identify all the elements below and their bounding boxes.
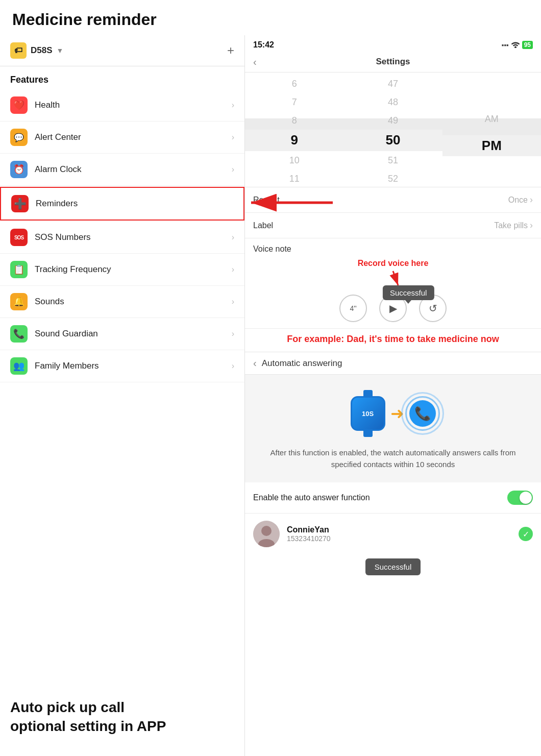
sidebar-item-family-members[interactable]: 👥 Family Members ›	[0, 350, 244, 382]
auto-answering-back-button[interactable]: ‹	[253, 357, 257, 369]
left-column: 🏷 D58S ▼ + Features ❤️ Health › 💬	[0, 35, 245, 756]
sidebar-item-alarm-clock[interactable]: ⏰ Alarm Clock ›	[0, 154, 244, 186]
sos-icon: SOS	[10, 229, 28, 246]
status-time: 15:42	[253, 40, 274, 50]
watch-face: 10S	[351, 396, 385, 431]
min-52[interactable]: 52	[343, 169, 442, 187]
red-arrow-annotation	[246, 191, 335, 216]
phone-call-illustration: 📞	[409, 400, 436, 427]
pm-option-selected[interactable]: PM	[442, 135, 541, 157]
hour-8[interactable]: 8	[245, 111, 343, 130]
phone-status-bar: 15:42 ▪▪▪ 95	[245, 35, 541, 53]
voice-controls: Successful 4'' ▶ ↺	[253, 290, 533, 325]
hour-7[interactable]: 7	[245, 93, 343, 111]
hour-11[interactable]: 11	[245, 169, 343, 187]
reminders-label: Reminders	[36, 199, 78, 209]
auto-answer-toggle[interactable]	[507, 491, 533, 505]
record-voice-annotation: Record voice here	[253, 259, 533, 268]
min-50-selected[interactable]: 50	[343, 130, 442, 151]
enable-toggle-row[interactable]: Enable the auto answer function	[245, 482, 541, 514]
sidebar-item-reminders[interactable]: ➕ Reminders	[0, 187, 244, 221]
contact-info: ConnieYan 15323410270	[287, 525, 511, 543]
chevron-right-icon: ›	[232, 133, 234, 142]
auto-answering-content: 10S ➜ 📞 After this function is enabled, …	[245, 375, 541, 482]
chevron-right-icon: ›	[232, 329, 234, 338]
chevron-right-icon: ›	[530, 220, 533, 231]
menu-list: ❤️ Health › 💬 Alert Center › ⏰ Alarm Clo…	[0, 89, 244, 382]
wifi-icon	[511, 41, 520, 50]
contact-avatar	[253, 521, 280, 547]
sos-numbers-label: SOS Numbers	[35, 232, 91, 242]
auto-pickup-section: Auto pick up call optional setting in AP…	[0, 382, 244, 756]
bottom-tooltip-container: Successful	[245, 554, 541, 584]
min-47[interactable]: 47	[343, 75, 442, 93]
min-49[interactable]: 49	[343, 111, 442, 130]
sidebar-item-tracking-frequency[interactable]: 📋 Tracking Frequency ›	[0, 254, 244, 286]
watch-band-bottom	[363, 431, 373, 437]
chevron-right-icon: ›	[232, 361, 234, 371]
tracking-frequency-label: Tracking Frequency	[35, 264, 111, 275]
sidebar-item-sounds[interactable]: 🔔 Sounds ›	[0, 286, 244, 318]
minutes-column[interactable]: 47 48 49 50 51 52 53	[343, 72, 442, 187]
auto-pickup-line2: optional setting in APP	[10, 717, 166, 736]
alarm-clock-icon: ⏰	[10, 161, 28, 178]
voice-note-section: Voice note Record voice here Successful	[245, 238, 541, 329]
add-button[interactable]: +	[227, 43, 234, 58]
hour-6[interactable]: 6	[245, 75, 343, 93]
settings-back-button[interactable]: ‹	[253, 56, 257, 68]
page-title: Medicine reminder	[0, 0, 541, 35]
label-value: Take pills ›	[494, 220, 533, 231]
contact-check-icon[interactable]: ✓	[519, 527, 533, 541]
contact-phone: 15323410270	[287, 534, 511, 543]
sound-guardian-label: Sound Guardian	[35, 329, 98, 339]
device-name-row[interactable]: 🏷 D58S ▼	[10, 42, 63, 59]
device-name-label: D58S	[31, 45, 53, 56]
sounds-icon: 🔔	[10, 293, 28, 310]
alert-center-icon: 💬	[10, 129, 28, 146]
toggle-knob	[520, 492, 532, 504]
battery-badge: 95	[522, 41, 533, 49]
family-members-label: Family Members	[35, 361, 99, 371]
sidebar-item-sos-numbers[interactable]: SOS SOS Numbers ›	[0, 222, 244, 254]
device-header: 🏷 D58S ▼ +	[0, 35, 244, 66]
watch-band-top	[363, 390, 373, 396]
chevron-right-icon: ›	[232, 101, 234, 110]
settings-title: Settings	[376, 57, 410, 67]
sound-guardian-icon: 📞	[10, 325, 28, 343]
status-icons: ▪▪▪ 95	[502, 41, 533, 50]
sidebar-item-sound-guardian[interactable]: 📞 Sound Guardian ›	[0, 318, 244, 350]
label-row[interactable]: Label Take pills ›	[245, 213, 541, 238]
hour-9-selected[interactable]: 9	[245, 130, 343, 151]
time-picker[interactable]: 6 7 8 9 10 11 12 47 48 49 50 51 52 53	[245, 72, 541, 187]
alert-center-label: Alert Center	[35, 132, 81, 142]
bottom-tooltip: Successful	[365, 558, 421, 575]
auto-pickup-line1: Auto pick up call	[10, 698, 166, 717]
auto-answering-title: Automatic answering	[262, 358, 342, 369]
sounds-label: Sounds	[35, 297, 64, 307]
chevron-right-icon: ›	[232, 297, 234, 306]
min-51[interactable]: 51	[343, 151, 442, 169]
tracking-frequency-icon: 📋	[10, 261, 28, 278]
features-label: Features	[0, 66, 244, 89]
device-icon: 🏷	[10, 42, 27, 59]
am-option[interactable]: AM	[442, 103, 541, 135]
health-label: Health	[35, 100, 60, 110]
chevron-right-icon: ›	[232, 233, 234, 242]
call-phone-icon: 📞	[409, 400, 436, 427]
reminders-icon: ➕	[11, 195, 29, 212]
right-column: 15:42 ▪▪▪ 95 ‹ Settings 6 7	[245, 35, 541, 756]
hours-column[interactable]: 6 7 8 9 10 11 12	[245, 72, 343, 187]
min-48[interactable]: 48	[343, 93, 442, 111]
sidebar-item-health[interactable]: ❤️ Health ›	[0, 89, 244, 121]
hour-10[interactable]: 10	[245, 151, 343, 169]
ampm-column[interactable]: AM PM	[442, 72, 541, 187]
chevron-right-icon: ›	[530, 194, 533, 205]
contact-row[interactable]: ConnieYan 15323410270 ✓	[245, 514, 541, 554]
watch-illustration: 10S	[351, 390, 385, 437]
voice-note-label: Voice note	[253, 245, 533, 254]
family-members-icon: 👥	[10, 357, 28, 375]
auto-answering-nav: ‹ Automatic answering	[245, 352, 541, 375]
chevron-right-icon: ›	[232, 265, 234, 274]
sidebar-item-alert-center[interactable]: 💬 Alert Center ›	[0, 121, 244, 154]
label-field-label: Label	[253, 221, 273, 230]
